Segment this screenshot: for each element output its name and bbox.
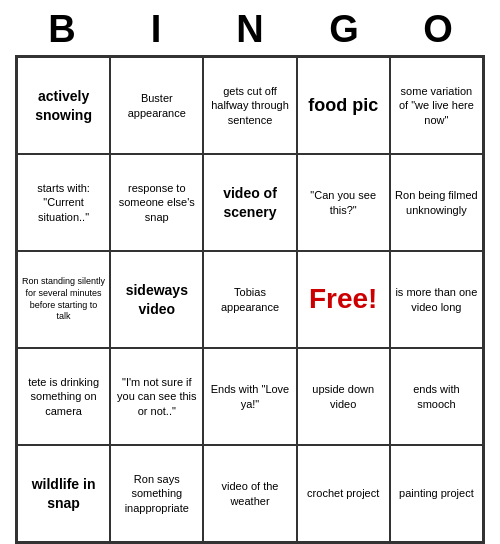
cell-4-4: painting project [390,445,483,542]
cell-0-3: food pic [297,57,390,154]
cell-3-2: Ends with "Love ya!" [203,348,296,445]
cell-4-2: video of the weather [203,445,296,542]
cell-0-4: some variation of "we live here now" [390,57,483,154]
cell-0-1: Buster appearance [110,57,203,154]
bingo-letter: B [18,8,106,51]
bingo-letter: G [300,8,388,51]
cell-1-1: response to someone else's snap [110,154,203,251]
bingo-letter: O [394,8,482,51]
cell-3-0: tete is drinking something on camera [17,348,110,445]
cell-3-1: "I'm not sure if you can see this or not… [110,348,203,445]
bingo-letter: N [206,8,294,51]
cell-2-1: sideways video [110,251,203,348]
bingo-grid: actively snowingBuster appearancegets cu… [15,55,485,544]
cell-2-2: Tobias appearance [203,251,296,348]
cell-1-2: video of scenery [203,154,296,251]
bingo-header: BINGO [15,0,485,55]
cell-0-2: gets cut off halfway through sentence [203,57,296,154]
cell-1-4: Ron being filmed unknowingly [390,154,483,251]
cell-4-1: Ron says something inappropriate [110,445,203,542]
cell-2-0: Ron standing silently for several minute… [17,251,110,348]
cell-1-3: "Can you see this?" [297,154,390,251]
cell-3-3: upside down video [297,348,390,445]
cell-1-0: starts with: "Current situation.." [17,154,110,251]
cell-2-4: is more than one video long [390,251,483,348]
cell-4-3: crochet project [297,445,390,542]
cell-3-4: ends with smooch [390,348,483,445]
cell-0-0: actively snowing [17,57,110,154]
cell-2-3: Free! [297,251,390,348]
bingo-letter: I [112,8,200,51]
cell-4-0: wildlife in snap [17,445,110,542]
